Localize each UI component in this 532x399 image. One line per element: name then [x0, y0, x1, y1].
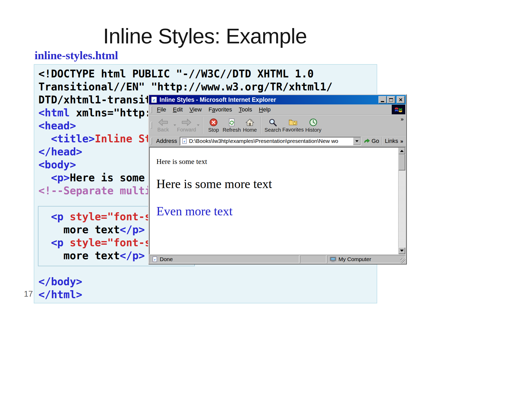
- svg-text:e: e: [153, 97, 155, 103]
- status-zone-text: My Computer: [338, 256, 371, 262]
- window-controls: ×: [378, 96, 405, 103]
- windows-flag-logo-icon: [392, 105, 405, 114]
- go-button[interactable]: Go: [364, 138, 379, 144]
- svg-text:e: e: [154, 258, 156, 261]
- go-icon: [364, 138, 370, 144]
- forward-button[interactable]: Forward: [177, 116, 196, 135]
- menu-item-edit[interactable]: Edit: [169, 105, 186, 114]
- status-pane-spacer: [300, 255, 326, 263]
- address-input[interactable]: e D:\Books\Iw3htp\examples\Presentation\…: [180, 137, 361, 145]
- stop-button[interactable]: Stop: [205, 116, 222, 135]
- address-value: D:\Books\Iw3htp\examples\Presentation\pr…: [189, 138, 351, 144]
- forward-icon: [181, 118, 192, 126]
- vertical-scrollbar[interactable]: [398, 148, 405, 254]
- back-dropdown[interactable]: [173, 116, 177, 135]
- chevron-up-icon: [400, 150, 404, 152]
- search-button[interactable]: Search: [263, 116, 282, 135]
- status-pane-main: e Done: [150, 255, 299, 263]
- toolbar-drag-handle[interactable]: [151, 122, 152, 129]
- favorites-icon: [289, 118, 297, 126]
- address-bar: Address e D:\Books\Iw3htp\examples\Prese…: [149, 136, 406, 147]
- history-icon: [309, 118, 317, 127]
- scroll-down-button[interactable]: [398, 247, 405, 254]
- menu-bar: FileEditViewFavoritesToolsHelp: [149, 104, 406, 115]
- back-icon: [158, 118, 168, 126]
- history-button[interactable]: History: [304, 116, 323, 135]
- page-icon: e: [182, 138, 187, 144]
- addressbar-drag-handle[interactable]: [151, 138, 152, 144]
- page-number: 17: [24, 289, 33, 299]
- scroll-up-button[interactable]: [398, 148, 405, 154]
- menu-item-help[interactable]: Help: [256, 105, 274, 114]
- scrollbar-track[interactable]: [398, 170, 405, 247]
- chevron-down-icon: [174, 124, 176, 126]
- code-line: </body>: [38, 275, 377, 288]
- toolbar-overflow-chevron[interactable]: »: [401, 116, 404, 122]
- browser-content: Here is some text Here is some more text…: [149, 147, 406, 255]
- minimize-icon: [381, 101, 384, 102]
- slide-title: Inline Styles: Example: [0, 24, 532, 48]
- search-icon: [269, 118, 277, 127]
- home-button[interactable]: Home: [241, 116, 258, 135]
- status-text: Done: [160, 256, 173, 262]
- maximize-button[interactable]: [387, 96, 395, 103]
- code-line: <!DOCTYPE html PUBLIC "-//W3C//DTD XHTML…: [38, 67, 377, 80]
- resize-grip[interactable]: [400, 258, 405, 263]
- close-button[interactable]: ×: [397, 96, 405, 103]
- browser-window: e Inline Styles - Microsoft Internet Exp…: [148, 94, 407, 264]
- menu-drag-handle[interactable]: [151, 106, 152, 113]
- back-button[interactable]: Back: [154, 116, 173, 135]
- stop-icon: [209, 118, 218, 127]
- filename-label: inline-styles.html: [35, 49, 118, 62]
- links-button[interactable]: Links »: [385, 138, 403, 144]
- go-label: Go: [371, 138, 379, 144]
- maximize-icon: [389, 98, 393, 102]
- menu-item-file[interactable]: File: [154, 105, 169, 114]
- page-icon: e: [152, 256, 158, 262]
- chevron-down-icon: [400, 250, 404, 252]
- menu-item-favorites[interactable]: Favorites: [205, 105, 236, 114]
- menu-item-tools[interactable]: Tools: [235, 105, 255, 114]
- menu-item-view[interactable]: View: [186, 105, 205, 114]
- content-line-3: Even more text: [156, 204, 396, 218]
- window-title: Inline Styles - Microsoft Internet Explo…: [159, 96, 376, 103]
- scrollbar-thumb[interactable]: [398, 154, 405, 170]
- address-label: Address: [156, 138, 177, 144]
- favorites-button[interactable]: Favorites: [282, 116, 304, 135]
- toolbar-separator: [202, 117, 203, 134]
- title-bar[interactable]: e Inline Styles - Microsoft Internet Exp…: [149, 95, 406, 104]
- svg-text:e: e: [184, 139, 185, 143]
- my-computer-icon: [330, 256, 336, 262]
- minimize-button[interactable]: [378, 96, 387, 103]
- links-label: Links: [385, 138, 398, 144]
- close-icon: ×: [399, 97, 402, 103]
- menu-bar-items: FileEditViewFavoritesToolsHelp: [154, 105, 274, 114]
- home-icon: [245, 118, 254, 127]
- ie-logo-icon: e: [151, 96, 157, 103]
- address-dropdown-button[interactable]: [353, 137, 361, 145]
- status-pane-zone: My Computer: [327, 255, 405, 263]
- content-line-1: Here is some text: [156, 157, 396, 166]
- code-line: Transitional//EN" "http://www.w3.org/TR/…: [38, 80, 377, 93]
- toolbar: Back Forward Stop Refr: [149, 115, 406, 136]
- slide: Inline Styles: Example inline-styles.htm…: [0, 0, 532, 399]
- chevron-down-icon: [197, 124, 200, 126]
- refresh-icon: [228, 118, 236, 127]
- forward-dropdown[interactable]: [196, 116, 200, 135]
- chevron-down-icon: [355, 140, 358, 142]
- refresh-button[interactable]: Refresh: [222, 116, 241, 135]
- content-line-2: Here is some more text: [156, 177, 396, 191]
- toolbar-separator: [261, 117, 261, 134]
- addressbar-separator: [382, 137, 382, 145]
- status-bar: e Done My Computer: [149, 255, 406, 263]
- code-line: </html>: [38, 288, 377, 301]
- rendered-page: Here is some text Here is some more text…: [150, 148, 398, 254]
- links-overflow-chevron: »: [400, 138, 403, 144]
